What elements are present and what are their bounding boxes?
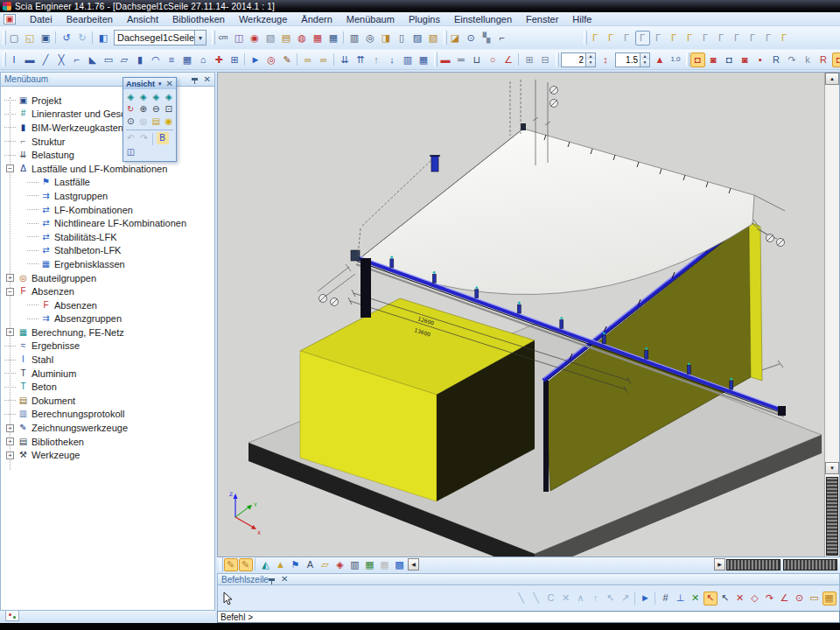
circle-mode-icon[interactable]: C <box>544 592 558 606</box>
grid-point-snap-icon[interactable]: # <box>659 592 673 606</box>
circle-icon[interactable]: ○ <box>486 52 500 67</box>
tree-item-ergebnisse[interactable]: ≈Ergebnisse <box>1 340 214 354</box>
view-side-icon[interactable]: ◈ <box>150 91 163 103</box>
view-iso-icon[interactable]: ◈ <box>125 91 137 103</box>
viewport-3d[interactable]: 12600 13600 <box>217 72 840 557</box>
move-to-back-icon[interactable]: ⇊ <box>338 52 353 67</box>
redo-icon[interactable]: ↻ <box>75 31 90 46</box>
select-icon[interactable]: ► <box>248 52 263 67</box>
length-snap-icon[interactable]: ▭ <box>808 592 822 606</box>
copy-attributes-icon[interactable]: ▤ <box>279 31 294 46</box>
tree-item-berechnung-fe-netz[interactable]: +▦Berechnung, FE-Netz <box>1 326 214 340</box>
menu-werkzeuge[interactable]: Werkzeuge <box>232 13 294 25</box>
combo-dropdown-icon[interactable]: ▼ <box>194 31 206 45</box>
u-profile-icon[interactable]: ⊔ <box>470 52 485 67</box>
visibility-set1-icon[interactable]: ∞ <box>301 52 316 67</box>
reset-scale-icon[interactable]: 1.0 <box>668 52 683 67</box>
tree-item-lastfälle-und-lf-kombinationen[interactable]: −ΔLastfälle und LF-Kombinationen <box>1 162 214 176</box>
previous-view-icon[interactable]: ↶ <box>125 132 137 144</box>
tree-item-bim-werkzeugkasten[interactable]: ▮BIM-Werkzeugkasten <box>1 121 214 135</box>
tangent-snap-icon[interactable]: ↷ <box>763 592 777 606</box>
bracing-icon[interactable]: ╳ <box>54 52 69 67</box>
view-parameters-icon[interactable]: B <box>157 132 169 144</box>
perpendicular-point-snap-icon[interactable]: ∠ <box>778 592 792 606</box>
scroll-down-button[interactable]: ▼ <box>825 462 839 474</box>
view-flag-icon-3[interactable]: Γ <box>620 31 634 46</box>
palette-dropdown-icon[interactable]: ▼ <box>158 81 163 87</box>
view-flag-icon-5[interactable]: Γ <box>651 31 666 46</box>
modify-icon[interactable]: ✎ <box>280 52 295 67</box>
display-scale-arrows[interactable]: ▲▼ <box>640 53 649 66</box>
view-flag-icon-8[interactable]: Γ <box>698 31 713 46</box>
new-document-icon[interactable]: ▢ <box>7 31 22 46</box>
renumber-icon[interactable]: R <box>816 52 831 67</box>
load-scale-arrows[interactable]: ▲▼ <box>585 53 595 66</box>
view-flag-icon-1[interactable]: Γ <box>588 31 603 46</box>
shell-icon[interactable]: ◠ <box>149 52 164 67</box>
intersection-snap-icon[interactable]: ✕ <box>689 592 703 606</box>
angle-mode-icon[interactable]: ∧ <box>574 592 588 606</box>
arc-center-snap-icon[interactable]: ⊙ <box>793 592 807 606</box>
delete-mode-icon[interactable]: ✕ <box>559 592 573 606</box>
tree-item-absenzen[interactable]: −FAbsenzen <box>1 284 214 298</box>
viewport-3d-canvas[interactable]: 12600 13600 <box>218 73 826 556</box>
fe-mesh-icon[interactable]: ◈ <box>333 558 347 571</box>
copy-icon[interactable]: ▥ <box>401 52 416 67</box>
angle-icon[interactable]: ∠ <box>501 52 516 67</box>
edge-snap-icon[interactable]: ◇ <box>748 592 762 606</box>
layers-icon[interactable]: ◫ <box>232 31 247 46</box>
zoom-all-icon[interactable]: ◎ <box>137 116 150 128</box>
tree-item-werkzeuge[interactable]: +⚒Werkzeuge <box>1 448 214 462</box>
tree-item-belastung[interactable]: ⇊Belastung <box>1 148 214 162</box>
zoom-selection-icon[interactable]: ⊙ <box>125 116 137 128</box>
units-icon[interactable]: cm <box>216 31 231 46</box>
plate-icon[interactable]: ▱ <box>117 52 132 67</box>
connect-members-icon[interactable]: ⊞ <box>228 52 242 67</box>
calculator-icon[interactable]: ▦ <box>822 592 836 606</box>
load-scale-spinner[interactable]: 2 ▲▼ <box>561 52 596 67</box>
tree-item-dokument[interactable]: ▤Dokument <box>1 394 214 408</box>
document-window-icon[interactable]: ▣ <box>4 14 16 24</box>
model-data-icon[interactable]: ◘ <box>832 52 840 67</box>
view-front-icon[interactable]: ◈ <box>137 91 150 103</box>
render-options-icon[interactable]: ◉ <box>248 31 262 46</box>
lower-member-icon[interactable]: ↓ <box>385 52 400 67</box>
vector-mode-icon[interactable]: ↑ <box>589 592 603 606</box>
command-input[interactable] <box>217 611 840 623</box>
dimension-icon[interactable]: ═ <box>454 52 469 67</box>
rendering-mode-icon[interactable]: k <box>801 52 816 67</box>
collapse-box[interactable]: − <box>6 164 14 172</box>
table-composer-icon[interactable]: ▦ <box>311 31 326 46</box>
report-template-icon[interactable]: ▧ <box>426 31 441 46</box>
trace-mode-icon[interactable]: ↗ <box>619 592 633 606</box>
tree-item-bibliotheken[interactable]: +▤Bibliotheken <box>1 435 214 449</box>
load-display-icon[interactable]: ▪ <box>753 52 768 67</box>
endpoint-snap-icon[interactable]: ↖ <box>704 592 718 606</box>
rotate-slider-vertical[interactable] <box>826 477 838 556</box>
collapse-box[interactable]: − <box>6 288 14 296</box>
polyline-mode-icon[interactable]: ╲ <box>529 592 543 606</box>
rotate-slider-horizontal-1[interactable] <box>726 559 780 570</box>
pin-icon[interactable] <box>192 78 198 80</box>
scroll-right-button[interactable]: ▶ <box>714 558 725 570</box>
arbitrary-member-icon[interactable]: ⌐ <box>70 52 85 67</box>
clipping-plane1-icon[interactable]: ✎ <box>224 558 238 571</box>
orthogonal-snap-icon[interactable]: ⊥ <box>674 592 688 606</box>
beam-icon[interactable]: ▬ <box>23 52 38 67</box>
text-labels-icon[interactable]: A <box>304 558 318 571</box>
tree-item-stabilitäts-lfk[interactable]: ⇄Stabilitäts-LFK <box>1 230 214 244</box>
expand-box[interactable]: + <box>6 274 14 282</box>
catalog-block-icon[interactable]: ⌂ <box>196 52 211 67</box>
book-view-icon[interactable]: ▥ <box>348 558 362 571</box>
zoom-window-icon[interactable]: ⊡ <box>163 103 175 116</box>
close-icon[interactable]: ✕ <box>204 75 211 84</box>
menu-fenster[interactable]: Fenster <box>519 13 565 25</box>
clipboard-special-icon[interactable]: ◪ <box>448 31 463 46</box>
member-numbers-icon[interactable]: ◘ <box>722 52 737 67</box>
image-capture-icon[interactable]: ▦ <box>363 558 377 571</box>
view-flag-icon-2[interactable]: Γ <box>604 31 619 46</box>
cursor-snap-icon[interactable]: ► <box>639 592 653 606</box>
viewport-vertical-scrollbar[interactable]: ▲ ▼ <box>824 73 839 556</box>
tree-item-berechnungsprotokoll[interactable]: ▥Berechnungsprotokoll <box>1 408 214 422</box>
edit-properties-icon[interactable]: ⊟ <box>538 52 553 67</box>
